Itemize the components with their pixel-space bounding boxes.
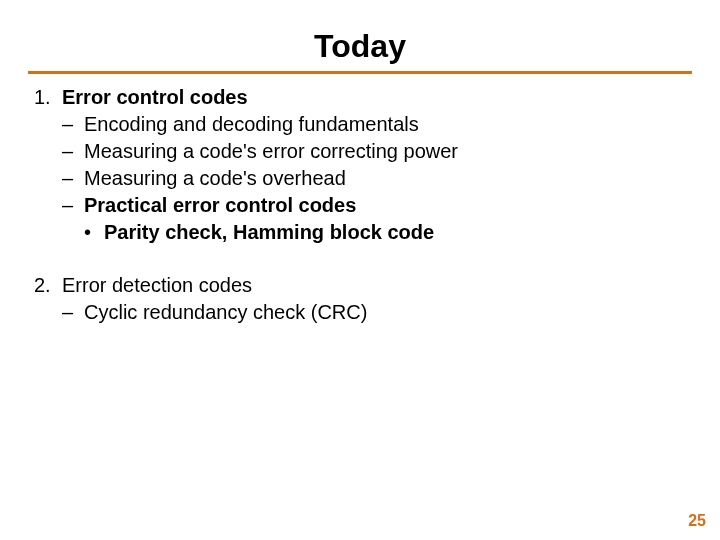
- page-number: 25: [688, 512, 706, 530]
- item-number: 2.: [34, 272, 62, 299]
- dash-icon: –: [62, 299, 84, 326]
- list-item: – Cyclic redundancy check (CRC): [62, 299, 686, 326]
- dash-icon: –: [62, 192, 84, 219]
- title-underline: [28, 71, 692, 74]
- bullet-icon: •: [84, 219, 104, 246]
- list-item: • Parity check, Hamming block code: [84, 219, 686, 246]
- list-item: – Measuring a code's overhead: [62, 165, 686, 192]
- sub-list: – Cyclic redundancy check (CRC): [62, 299, 686, 326]
- item-text: Parity check, Hamming block code: [104, 219, 434, 246]
- item-text: Measuring a code's error correcting powe…: [84, 138, 686, 165]
- slide-title: Today: [0, 0, 720, 71]
- content-area: 1. Error control codes – Encoding and de…: [0, 84, 720, 326]
- dash-icon: –: [62, 165, 84, 192]
- item-text: Cyclic redundancy check (CRC): [84, 299, 686, 326]
- slide: Today 1. Error control codes – Encoding …: [0, 0, 720, 540]
- list-item: – Measuring a code's error correcting po…: [62, 138, 686, 165]
- dash-icon: –: [62, 111, 84, 138]
- list-item: 1. Error control codes: [34, 84, 686, 111]
- bullet-list: • Parity check, Hamming block code: [84, 219, 686, 246]
- item-text: Practical error control codes: [84, 192, 686, 219]
- dash-icon: –: [62, 138, 84, 165]
- item-heading: Error control codes: [62, 84, 686, 111]
- item-heading: Error detection codes: [62, 272, 686, 299]
- item-text: Measuring a code's overhead: [84, 165, 686, 192]
- list-item: – Practical error control codes: [62, 192, 686, 219]
- item-number: 1.: [34, 84, 62, 111]
- item-text: Encoding and decoding fundamentals: [84, 111, 686, 138]
- list-item: – Encoding and decoding fundamentals: [62, 111, 686, 138]
- list-item: 2. Error detection codes: [34, 272, 686, 299]
- sub-list: – Encoding and decoding fundamentals – M…: [62, 111, 686, 246]
